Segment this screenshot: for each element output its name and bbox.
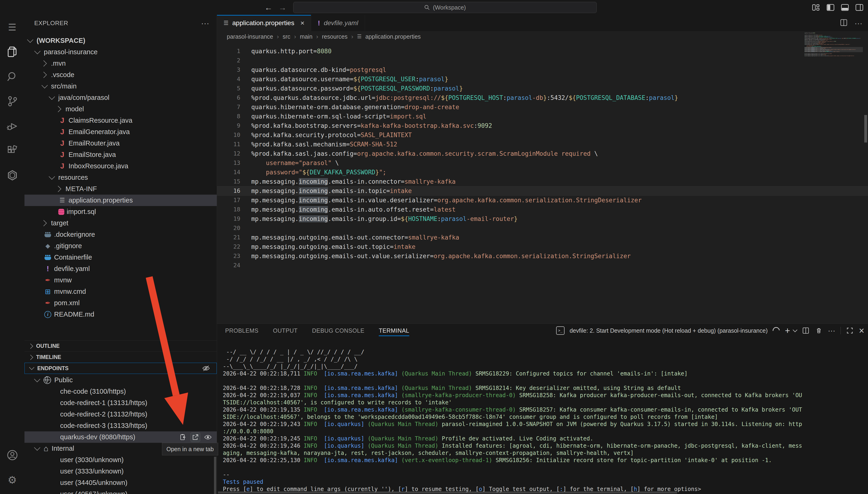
back-icon[interactable]: ← xyxy=(265,3,272,12)
command-center[interactable]: (Workspace) xyxy=(293,2,597,13)
endpoint-quarkus-dev-8080-https[interactable]: quarkus-dev (8080/https) xyxy=(24,431,217,443)
code-line-12[interactable]: 12%prod.kafka.sasl.jaas.config=org.apach… xyxy=(217,149,868,158)
tree-item-vscode[interactable]: .vscode xyxy=(24,69,217,80)
endpoint-code-redirect-1-13131-https[interactable]: code-redirect-1 (13131/https) xyxy=(24,397,217,408)
tree-item-mvnw-cmd[interactable]: ⊞mvnw.cmd xyxy=(24,286,217,297)
tree-item-devfile-yaml[interactable]: !devfile.yaml xyxy=(24,263,217,274)
code-line-15[interactable]: 15mp.messaging.incoming.emails-in.connec… xyxy=(217,177,868,186)
tree-item-src-main[interactable]: src/main xyxy=(24,80,217,92)
endpoint-code-redirect-2-13132-https[interactable]: code-redirect-2 (13132/https) xyxy=(24,408,217,420)
terminal-more-actions-icon[interactable]: ··· xyxy=(828,326,835,335)
code-line-13[interactable]: 13 username="parasol" \ xyxy=(217,158,868,168)
forward-icon[interactable]: → xyxy=(278,3,287,12)
menu-icon[interactable]: ☰ xyxy=(0,15,24,40)
tree-item-inboxresource-java[interactable]: JInboxResource.java xyxy=(24,160,217,172)
minimap[interactable]: quarkus.http.port=8080quarkus.datasource… xyxy=(804,33,863,60)
tree-item-import-sql[interactable]: import.sql xyxy=(24,206,217,217)
new-terminal-icon[interactable]: + xyxy=(785,326,790,336)
tree-item-emailgenerator-java[interactable]: JEmailGenerator.java xyxy=(24,126,217,138)
settings-gear-icon[interactable]: ⚙ xyxy=(0,468,24,492)
endpoint-user-34405-unknown[interactable]: user (34405/unknown) xyxy=(24,477,217,489)
extensions-icon[interactable] xyxy=(0,138,24,163)
code-line-16[interactable]: 16mp.messaging.incoming.emails-in.topic=… xyxy=(217,186,868,195)
code-line-9[interactable]: 9%prod.kafka.bootstrap.servers=kafka-kaf… xyxy=(217,121,868,130)
tab-debug-console[interactable]: DEBUG CONSOLE xyxy=(312,324,364,337)
code-line-23[interactable]: 23mp.messaging.outgoing.emails-out.value… xyxy=(217,251,868,261)
tree-item-readme-md[interactable]: iREADME.md xyxy=(24,309,217,320)
more-actions-icon[interactable]: ··· xyxy=(854,19,863,28)
breadcrumb-item[interactable]: resources xyxy=(322,33,347,40)
code-line-1[interactable]: 1quarkus.http.port=8080 xyxy=(217,46,868,56)
sidebar-scrollbar[interactable] xyxy=(214,457,216,494)
code-line-10[interactable]: 10%prod.kafka.security.protocol=SASL_PLA… xyxy=(217,130,868,140)
endpoint-code-redirect-3-13133-https[interactable]: code-redirect-3 (13133/https) xyxy=(24,420,217,431)
toggle-panel-icon[interactable] xyxy=(841,4,849,11)
endpoint-group-public[interactable]: Public xyxy=(24,374,217,386)
code-line-3[interactable]: 3quarkus.datasource.db-kind=postgresql xyxy=(217,65,868,75)
code-line-11[interactable]: 11%prod.kafka.sasl.mechanism=SCRAM-SHA-5… xyxy=(217,140,868,149)
code-line-21[interactable]: 21mp.messaging.outgoing.emails-out.conne… xyxy=(217,233,868,242)
code-line-22[interactable]: 22mp.messaging.outgoing.emails-out.topic… xyxy=(217,242,868,251)
code-line-17[interactable]: 17mp.messaging.incoming.emails-in.value.… xyxy=(217,195,868,205)
openshift-icon[interactable] xyxy=(0,163,24,188)
tree-item-claimsresource-java[interactable]: JClaimsResource.java xyxy=(24,115,217,126)
tree-item-gitignore[interactable]: ◆.gitignore xyxy=(24,240,217,252)
code-line-6[interactable]: 6%prod.quarkus.datasource.jdbc.url=jdbc:… xyxy=(217,93,868,102)
search-icon[interactable] xyxy=(0,64,24,89)
section-timeline[interactable]: TIMELINE xyxy=(24,352,217,363)
files-icon[interactable] xyxy=(0,40,24,64)
code-line-14[interactable]: 14 password="${DEV_KAFKA_PASSWORD}"; xyxy=(217,168,868,177)
layout-icon[interactable] xyxy=(812,4,820,11)
close-panel-icon[interactable]: × xyxy=(859,325,864,336)
section-outline[interactable]: OUTLINE xyxy=(24,340,217,352)
code-line-5[interactable]: 5quarkus.datasource.password=${POSTGRESQ… xyxy=(217,84,868,93)
code-line-24[interactable]: 24 xyxy=(217,261,868,270)
tree-item-java-com-parasol[interactable]: java/com/parasol xyxy=(24,92,217,103)
tree-item-model[interactable]: model xyxy=(24,103,217,115)
terminal-task-title[interactable]: devfile: 2. Start Development mode (Hot … xyxy=(569,327,768,334)
editor-scrollbar[interactable] xyxy=(864,115,867,142)
copy-endpoint-icon[interactable] xyxy=(178,433,187,442)
code-line-8[interactable]: 8quarkus.hibernate-orm.sql-load-script=i… xyxy=(217,112,868,121)
breadcrumb-item[interactable]: application.properties xyxy=(365,33,421,40)
terminal-profile-dropdown-icon[interactable] xyxy=(793,327,797,332)
close-tab-icon[interactable]: × xyxy=(301,19,305,27)
maximize-panel-icon[interactable] xyxy=(846,327,854,335)
code-line-7[interactable]: 7quarkus.hibernate-orm.database.generati… xyxy=(217,102,868,112)
tab-devfile-yaml[interactable]: ! devfile.yaml xyxy=(311,15,365,31)
terminal-horizontal-scrollbar[interactable] xyxy=(218,491,677,494)
code-editor[interactable]: 1quarkus.http.port=808023quarkus.datasou… xyxy=(217,42,868,324)
tree-item-resources[interactable]: resources xyxy=(24,172,217,183)
tree-item-workspace[interactable]: (WORKSPACE) xyxy=(24,35,217,46)
tree-item-containerfile[interactable]: Containerfile xyxy=(24,252,217,263)
endpoint-user-3030-unknown[interactable]: user (3030/unknown) xyxy=(24,454,217,466)
tree-item-dockerignore[interactable]: .dockerignore xyxy=(24,229,217,240)
tree-item-pom-xml[interactable]: ✒pom.xml xyxy=(24,297,217,309)
explorer-more-actions-icon[interactable]: ··· xyxy=(201,19,209,28)
terminal-output[interactable]: --/ __ \/ / / / _ | / _ \/ //_/ / / / __… xyxy=(223,348,868,494)
tab-output[interactable]: OUTPUT xyxy=(273,324,297,337)
split-editor-icon[interactable] xyxy=(840,19,848,27)
tree-item-mvnw[interactable]: ✒mvnw xyxy=(24,274,217,286)
run-debug-icon[interactable] xyxy=(0,114,24,138)
tree-item-parasol-insurance[interactable]: parasol-insurance xyxy=(24,46,217,58)
open-external-icon[interactable] xyxy=(191,433,200,442)
section-endpoints[interactable]: ENDPOINTS xyxy=(24,363,217,374)
tab-application-properties[interactable]: ☰ application.properties × xyxy=(217,15,311,31)
breadcrumb-item[interactable]: src xyxy=(283,33,290,40)
preview-endpoint-icon[interactable] xyxy=(203,433,213,442)
breadcrumb-item[interactable]: parasol-insurance xyxy=(227,33,273,40)
code-line-4[interactable]: 4quarkus.datasource.username=${POSTGRESQ… xyxy=(217,75,868,84)
tree-item-emailrouter-java[interactable]: JEmailRouter.java xyxy=(24,138,217,149)
code-line-2[interactable]: 2 xyxy=(217,56,868,65)
code-line-20[interactable]: 20 xyxy=(217,224,868,233)
breadcrumb-item[interactable]: main xyxy=(300,33,312,40)
endpoint-che-code-3100-https[interactable]: che-code (3100/https) xyxy=(24,386,217,397)
code-line-18[interactable]: 18mp.messaging.incoming.emails-in.auto.o… xyxy=(217,205,868,214)
account-icon[interactable] xyxy=(0,443,24,468)
split-terminal-icon[interactable] xyxy=(802,327,810,335)
endpoint-user-40567-unknown[interactable]: user (40567/unknown) xyxy=(24,489,217,494)
tree-item-emailstore-java[interactable]: JEmailStore.java xyxy=(24,149,217,160)
tab-terminal[interactable]: TERMINAL xyxy=(379,324,409,337)
endpoint-user-3333-unknown[interactable]: user (3333/unknown) xyxy=(24,466,217,477)
